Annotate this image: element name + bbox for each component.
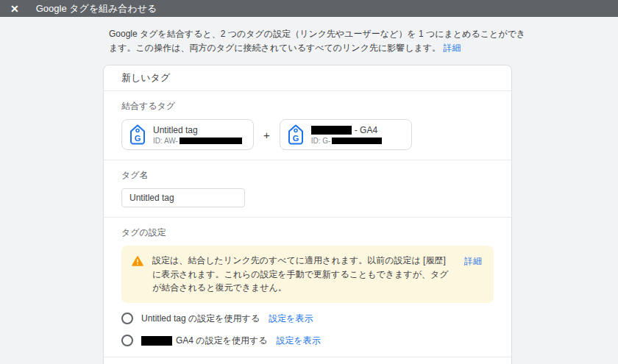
card-title: 新しいタグ: [121, 71, 494, 85]
tags-row: G Untitled tag ID: AW- + G: [121, 119, 494, 150]
tag-id-prefix: ID: G-: [311, 137, 331, 145]
tag-id-prefix: ID: AW-: [153, 137, 178, 145]
combine-tags-label: 結合するタグ: [121, 100, 494, 113]
warning-text: 設定は、結合したリンク先のすべてに適用されます。以前の設定は [履歴] に表示さ…: [152, 254, 450, 295]
tag-text: Untitled tag ID: AW-: [153, 125, 242, 145]
tag-name: Untitled tag: [153, 125, 242, 135]
warning-learn-more-link[interactable]: 詳細: [464, 255, 482, 268]
tag-settings-section: タグの設定 設定は、結合したリンク先のすべてに適用されます。以前の設定は [履歴…: [104, 218, 511, 357]
plus-sign: +: [263, 129, 270, 141]
radio-button[interactable]: [121, 335, 133, 346]
radio-option-ga4[interactable]: GA4 の設定を使用する 設定を表示: [121, 335, 494, 347]
warning-icon: [132, 256, 143, 269]
tag-settings-label: タグの設定: [121, 226, 494, 239]
tag-name-suffix: - GA4: [355, 125, 377, 135]
intro-paragraph: Google タグを結合すると、2 つのタグの設定（リンク先やユーザーなど）を …: [109, 27, 531, 54]
radio-label: GA4 の設定を使用する: [141, 335, 267, 347]
tag-box-untitled: G Untitled tag ID: AW-: [121, 119, 254, 150]
close-icon[interactable]: ✕: [10, 4, 19, 14]
warning-banner: 設定は、結合したリンク先のすべてに適用されます。以前の設定は [履歴] に表示さ…: [121, 246, 494, 303]
combine-tags-section: 結合するタグ G Untitled tag ID: AW-: [104, 91, 511, 160]
tag-name-label: タグ名: [121, 169, 494, 182]
radio-button[interactable]: [121, 313, 133, 324]
card-title-section: 新しいタグ: [104, 65, 511, 91]
redaction-bar: [311, 126, 352, 135]
dialog-title: Google タグを組み合わせる: [36, 2, 157, 15]
dialog-header: ✕ Google タグを組み合わせる: [0, 0, 618, 17]
google-tag-icon: G: [288, 124, 304, 145]
google-tag-icon: G: [129, 124, 146, 145]
redaction-bar: [332, 138, 382, 144]
redaction-bar: [180, 138, 242, 144]
svg-text:G: G: [135, 134, 141, 143]
intro-learn-more-link[interactable]: 詳細: [443, 43, 461, 53]
tag-text: - GA4 ID: G-: [311, 125, 383, 145]
tag-name: - GA4: [311, 125, 383, 135]
radio-label: Untitled tag の設定を使用する: [141, 313, 260, 325]
show-settings-link[interactable]: 設定を表示: [276, 335, 320, 347]
redaction-bar: [141, 336, 172, 346]
tag-name-section: タグ名: [104, 160, 511, 218]
intro-text: Google タグを結合すると、2 つのタグの設定（リンク先やユーザーなど）を …: [109, 29, 525, 53]
tag-name-input[interactable]: [121, 188, 245, 207]
svg-text:G: G: [292, 134, 299, 143]
tag-users-section: タグユーザー 両方のタグからのユーザーが統合され、アクセスレベルが保持されます。…: [104, 357, 511, 364]
show-settings-link[interactable]: 設定を表示: [269, 313, 313, 325]
dialog-body: Google タグを結合すると、2 つのタグの設定（リンク先やユーザーなど）を …: [0, 27, 618, 364]
tag-id: ID: G-: [311, 137, 383, 145]
combine-tags-card: 新しいタグ 結合するタグ G Untitled tag ID: AW-: [103, 65, 512, 364]
tag-id: ID: AW-: [153, 137, 242, 145]
radio-label-text: GA4 の設定を使用する: [176, 335, 267, 347]
tag-box-ga4: G - GA4 ID: G-: [280, 119, 412, 150]
radio-option-untitled[interactable]: Untitled tag の設定を使用する 設定を表示: [121, 313, 494, 325]
